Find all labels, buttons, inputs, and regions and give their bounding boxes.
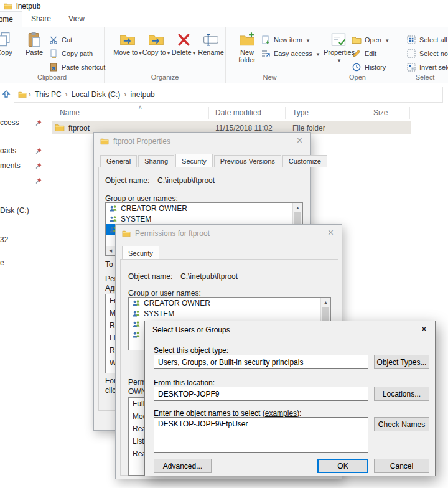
list-item[interactable]: CREATOR OWNER — [106, 203, 302, 214]
close-icon[interactable] — [328, 228, 334, 238]
copy-to-icon — [147, 31, 165, 49]
file-name[interactable]: ftproot — [68, 124, 90, 133]
sidebar-item[interactable]: e — [0, 258, 4, 267]
tab-security[interactable]: Security — [122, 246, 159, 259]
column-header-size[interactable]: Size — [373, 108, 388, 117]
open-icon — [352, 35, 362, 45]
tab-share[interactable]: Share — [22, 11, 60, 27]
delete-icon — [175, 31, 192, 49]
dropdown-arrow-icon — [385, 36, 389, 44]
delete-button[interactable]: Delete — [170, 31, 197, 57]
rename-button[interactable]: Rename — [197, 31, 225, 57]
object-name-value: C:\inetpub\ftproot — [180, 272, 238, 281]
object-type-field[interactable] — [154, 355, 368, 369]
permissions-dialog-titlebar: Permissions for ftproot — [122, 229, 210, 238]
folder-icon — [55, 123, 65, 133]
list-item[interactable]: SYSTEM — [129, 308, 330, 319]
new-item-button[interactable]: New item — [261, 34, 309, 46]
select-all-icon — [406, 35, 416, 45]
object-types-button[interactable]: Object Types... — [374, 355, 429, 369]
users-icon — [132, 309, 141, 318]
sidebar-item-quick-access[interactable]: ccess — [0, 118, 19, 127]
paste-shortcut-button[interactable]: Paste shortcut — [49, 61, 105, 73]
pin-icon[interactable] — [35, 119, 42, 126]
tab-customize[interactable]: Customize — [282, 155, 327, 167]
move-to-button[interactable]: Move to — [113, 31, 142, 57]
pin-icon[interactable] — [35, 162, 42, 169]
close-icon[interactable] — [297, 136, 302, 146]
edit-button[interactable]: Edit — [352, 47, 376, 60]
easy-access-button[interactable]: Easy access — [261, 47, 319, 60]
paste-label: Paste — [26, 49, 43, 56]
properties-tabs: General Sharing Security Previous Versio… — [100, 154, 329, 167]
properties-button[interactable]: Properties — [324, 31, 353, 64]
object-name-value: C:\inetpub\ftproot — [157, 176, 215, 185]
users-icon — [132, 331, 141, 339]
file-type: File folder — [292, 124, 325, 133]
scroll-up-icon[interactable] — [293, 203, 302, 212]
address-bar[interactable]: This PC Local Disk (C:) inetpub — [14, 87, 443, 103]
ok-button[interactable]: OK — [317, 459, 368, 473]
cut-button[interactable]: Cut — [49, 34, 72, 46]
copy-button[interactable]: Copy — [0, 31, 19, 57]
select-none-button[interactable]: Select none — [406, 47, 448, 60]
history-button[interactable]: History — [352, 61, 386, 73]
dialog-title: ftproot Properties — [113, 137, 170, 146]
sort-ascending-icon — [138, 104, 142, 110]
sidebar-item[interactable]: 32 — [0, 235, 8, 244]
group-user-names-label: Group or user names: — [105, 194, 178, 203]
dropdown-arrow-icon — [337, 56, 341, 63]
column-header-type[interactable]: Type — [292, 108, 309, 117]
list-item[interactable]: CREATOR OWNER — [129, 298, 330, 308]
column-header-date-modified[interactable]: Date modified — [215, 108, 261, 117]
scroll-up-icon[interactable] — [321, 298, 330, 306]
copy-path-button[interactable]: Copy path — [49, 47, 93, 60]
tab-general[interactable]: General — [100, 155, 137, 167]
new-folder-button[interactable]: New folder — [232, 31, 262, 63]
tab-view[interactable]: View — [60, 11, 93, 27]
cancel-button[interactable]: Cancel — [374, 459, 429, 473]
up-button[interactable] — [1, 89, 11, 99]
column-header-name[interactable]: Name — [60, 108, 80, 117]
breadcrumb-this-pc[interactable]: This PC — [33, 90, 63, 99]
sidebar-item-documents[interactable]: ments — [0, 161, 21, 170]
ribbon-group-organize: Move to Copy to Delete Rename Organize — [105, 27, 226, 83]
location-field[interactable] — [154, 387, 368, 401]
dropdown-arrow-icon — [138, 49, 142, 56]
list-item[interactable]: SYSTEM — [106, 214, 302, 224]
breadcrumb-separator — [124, 90, 126, 99]
paste-icon — [26, 31, 43, 49]
tab-security[interactable]: Security — [175, 154, 213, 167]
scroll-left-icon[interactable] — [106, 248, 115, 253]
sidebar-item-local-disk[interactable]: Disk (C:) — [0, 206, 29, 215]
advanced-button[interactable]: Advanced... — [154, 459, 212, 473]
organize-group-label: Organize — [105, 73, 225, 81]
select-none-icon — [406, 49, 416, 59]
check-names-button[interactable]: Check Names — [374, 417, 429, 431]
object-name-label: Object name: — [128, 272, 172, 281]
open-group-label: Open — [314, 73, 401, 81]
select-all-button[interactable]: Select all — [406, 34, 448, 46]
close-icon[interactable] — [421, 324, 427, 334]
dialog-title: Select Users or Groups — [152, 326, 230, 334]
tab-sharing[interactable]: Sharing — [138, 155, 174, 167]
tab-home[interactable]: Home — [0, 11, 22, 27]
copy-to-button[interactable]: Copy to — [142, 31, 170, 57]
copy-label: Copy — [0, 49, 12, 56]
pin-icon[interactable] — [35, 177, 42, 184]
window-title: inetpub — [16, 2, 40, 11]
examples-link[interactable]: examples — [265, 409, 297, 418]
open-button[interactable]: Open — [352, 34, 388, 46]
paste-button[interactable]: Paste — [20, 31, 49, 57]
sidebar-item-downloads[interactable]: oads — [0, 146, 16, 155]
breadcrumb-inetpub[interactable]: inetpub — [128, 90, 156, 99]
breadcrumb-local-disk[interactable]: Local Disk (C:) — [70, 90, 123, 99]
copy-icon — [0, 31, 13, 49]
dropdown-arrow-icon — [192, 49, 196, 56]
object-names-field[interactable]: DESKTOP-JOPF9\FtpUser — [154, 417, 368, 453]
tab-previous-versions[interactable]: Previous Versions — [214, 155, 281, 167]
pin-icon[interactable] — [35, 147, 42, 154]
dropdown-arrow-icon — [166, 49, 170, 56]
locations-button[interactable]: Locations... — [374, 387, 429, 401]
invert-selection-button[interactable]: Invert selection — [406, 61, 448, 73]
